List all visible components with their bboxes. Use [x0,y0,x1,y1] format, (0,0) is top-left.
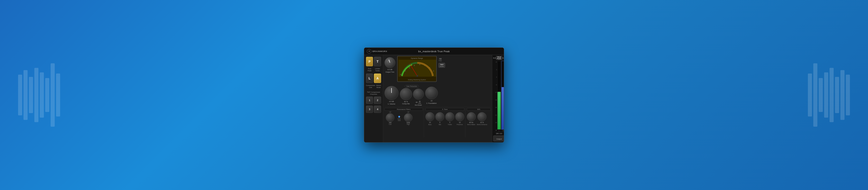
output-trim-knob[interactable] [384,57,395,68]
left-meter-fill [498,92,501,129]
gain-reduction-labels: 90 % Comp Mix 35 Solo De-Esse [400,101,424,106]
right-meter-group: R [501,61,504,131]
thd-value: -50 [439,58,442,60]
de-esser-label: De-Esser [413,104,424,106]
button-labels-la: CompressorLink StereoMode [366,84,381,89]
channel-4-button[interactable]: 4 [374,106,381,113]
center-panel: 0.0 dB Output Trim Dynamic Range 12 10 8 [383,55,492,142]
bg-bar [808,73,812,117]
de-esser-header: 35 Solo [413,101,424,104]
res-high-label: High [407,124,410,125]
solo-label: Solo [418,102,421,104]
mono-maker-value: 80 Hz [469,122,473,123]
volume-knob[interactable] [384,86,399,100]
mid-section: 4.0 dB 1. Volume Gain Reduction 90 % [384,84,491,107]
limiter-turbo-button[interactable]: T [374,57,381,66]
stereo-enhance-value: 20 % [480,122,484,123]
tone-title: 3. Tone [426,108,464,111]
right-meter-fill [502,87,504,129]
tp-right-value: 0.0 [502,57,504,59]
treble-knob[interactable] [445,112,454,121]
plugin-container: ⊕ BRAINWORX bx_masterdesk True Peak P T … [364,48,504,142]
brainworx-icon: ⊕ [367,49,371,54]
meter-scale: +6 3 0 -6 -12 -15 -18 -21 -24 -30 [493,61,497,131]
plugin-body: P T TruePeak LimiterTurbo L [364,55,504,142]
presence-container: 10 Presence [455,112,464,125]
vu-meter-svg: 12 10 8 6 5 4 3 2 [399,60,436,77]
tp-label-line2: PEAK [497,58,501,60]
thd-label: THD [438,60,442,62]
foundation-label: 2. Foundation [426,102,437,104]
button-labels-pt: TruePeak LimiterTurbo [366,67,381,72]
true-peak-letter: P [368,60,370,63]
vu-meter: Dynamic Range 12 10 8 6 5 4 3 [397,56,437,82]
res-low-freq: 160 [389,122,392,124]
left-meter-bar [497,61,501,130]
tone-section: 3. Tone 10 Bass 5 Mid [425,108,465,137]
resonance-section: Resonance Filters Off 160 Low [384,108,424,137]
bass-label: Bass [428,124,432,125]
volume-container: 4.0 dB 1. Volume [384,86,399,105]
right-panel: 0.0 TRUE PEAK 0.0 +6 3 0 -6 -12 -15 -18 [492,55,504,142]
presence-knob[interactable] [455,112,464,121]
channel-1-button[interactable]: 1 [366,97,373,104]
stereo-enhance-label: Stereo Enhance [477,124,487,125]
res-high-group: Off 3150 High [403,111,414,125]
channel-2-button[interactable]: 2 [374,97,381,104]
bg-bar [45,78,49,112]
res-high-knob[interactable] [404,113,412,122]
vu-bottom-label: Analog Mastering System [408,79,426,81]
thd-container: -50 THD [438,58,442,62]
top-section: 0.0 dB Output Trim Dynamic Range 12 10 8 [384,56,491,84]
treble-label: Treble [448,124,452,125]
stereo-mode-button[interactable]: A [374,73,381,83]
left-meter-label: L [499,130,499,131]
mono-maker-label: Mono Maker [467,124,475,125]
comp-link-label: CompressorLink [366,84,375,89]
comp-mix-knob[interactable] [400,88,412,100]
treble-value: 5 [450,122,450,123]
bg-bar [18,75,22,115]
bg-bar [819,78,823,112]
comp-link-letter: L [368,77,370,80]
res-low-label: Low [389,124,392,125]
bg-bar [56,73,60,117]
left-bg-bars [18,63,60,127]
bg-bar [813,63,817,127]
de-esser-knob[interactable] [413,89,424,99]
bass-knob[interactable] [426,112,434,121]
bg-bar [51,63,55,127]
bg-bar [40,72,44,118]
bg-bar [830,68,834,122]
res-high-freq: 3150 [406,122,410,124]
res-solo-dot [398,116,400,118]
left-panel: P T TruePeak LimiterTurbo L [364,55,383,142]
mono-maker-container: 80 Hz Mono Maker [467,112,476,125]
button-row-34: 3 4 [366,106,381,113]
tp-left-value: 0.0 [493,57,496,59]
right-bg-bars [808,63,850,127]
svg-text:6: 6 [414,65,415,66]
mono-maker-knob[interactable] [467,112,476,121]
tone-knobs: 10 Bass 5 Mid 5 Treble [426,112,464,125]
plugin-header: ⊕ BRAINWORX bx_masterdesk True Peak [364,48,504,55]
mid-knob[interactable] [435,112,444,121]
ms-section: M/S 80 Hz Mono Maker 20 % Stereo Enhance [466,108,491,137]
foundation-knob[interactable] [425,87,438,99]
svg-text:2: 2 [433,70,434,72]
tp-label-line1: TRUE [497,56,501,58]
stereo-enhance-container: 20 % Stereo Enhance [477,112,487,125]
bass-container: 10 Bass [426,112,434,125]
stereo-enhance-knob[interactable] [477,112,487,121]
channel-3-button[interactable]: 3 [366,106,373,113]
comp-mix-value: 90 % [400,101,412,103]
output-button[interactable]: Output [493,135,504,141]
comp-link-button[interactable]: L [366,73,373,83]
tmt-badge: TMT Inside [438,63,445,68]
solo-indicator[interactable] [419,101,421,102]
limiter-turbo-letter: T [377,60,379,63]
res-low-knob[interactable] [386,113,395,122]
resonance-controls: Off 160 Low Auto Solo [384,111,423,125]
mid-container: 5 Mid [435,112,444,125]
true-peak-button[interactable]: P [366,57,373,66]
